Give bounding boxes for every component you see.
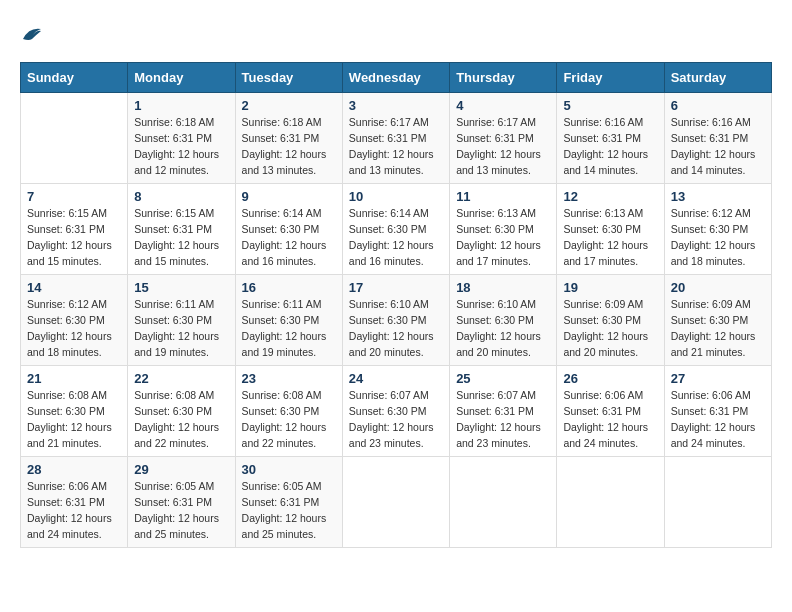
- sunset-label: Sunset: 6:31 PM: [456, 405, 534, 417]
- calendar-cell: 9 Sunrise: 6:14 AM Sunset: 6:30 PM Dayli…: [235, 184, 342, 275]
- sunrise-label: Sunrise: 6:16 AM: [671, 116, 751, 128]
- day-info: Sunrise: 6:10 AM Sunset: 6:30 PM Dayligh…: [456, 297, 550, 360]
- sunrise-label: Sunrise: 6:08 AM: [134, 389, 214, 401]
- calendar-cell: 5 Sunrise: 6:16 AM Sunset: 6:31 PM Dayli…: [557, 93, 664, 184]
- calendar-cell: 4 Sunrise: 6:17 AM Sunset: 6:31 PM Dayli…: [450, 93, 557, 184]
- sunrise-label: Sunrise: 6:11 AM: [134, 298, 214, 310]
- daylight-label: Daylight: 12 hours and 14 minutes.: [671, 148, 756, 176]
- logo-bird-icon: [21, 25, 43, 43]
- day-info: Sunrise: 6:15 AM Sunset: 6:31 PM Dayligh…: [134, 206, 228, 269]
- sunrise-label: Sunrise: 6:15 AM: [134, 207, 214, 219]
- sunrise-label: Sunrise: 6:09 AM: [671, 298, 751, 310]
- sunrise-label: Sunrise: 6:07 AM: [456, 389, 536, 401]
- calendar-cell: 14 Sunrise: 6:12 AM Sunset: 6:30 PM Dayl…: [21, 275, 128, 366]
- day-number: 1: [134, 98, 228, 113]
- calendar-cell: 11 Sunrise: 6:13 AM Sunset: 6:30 PM Dayl…: [450, 184, 557, 275]
- daylight-label: Daylight: 12 hours and 13 minutes.: [349, 148, 434, 176]
- sunrise-label: Sunrise: 6:05 AM: [134, 480, 214, 492]
- day-info: Sunrise: 6:08 AM Sunset: 6:30 PM Dayligh…: [134, 388, 228, 451]
- sunrise-label: Sunrise: 6:18 AM: [134, 116, 214, 128]
- day-number: 29: [134, 462, 228, 477]
- sunrise-label: Sunrise: 6:13 AM: [563, 207, 643, 219]
- sunset-label: Sunset: 6:30 PM: [671, 314, 749, 326]
- daylight-label: Daylight: 12 hours and 22 minutes.: [134, 421, 219, 449]
- day-number: 7: [27, 189, 121, 204]
- daylight-label: Daylight: 12 hours and 24 minutes.: [27, 512, 112, 540]
- calendar-cell: 16 Sunrise: 6:11 AM Sunset: 6:30 PM Dayl…: [235, 275, 342, 366]
- week-row-5: 28 Sunrise: 6:06 AM Sunset: 6:31 PM Dayl…: [21, 457, 772, 548]
- daylight-label: Daylight: 12 hours and 20 minutes.: [456, 330, 541, 358]
- sunset-label: Sunset: 6:30 PM: [349, 223, 427, 235]
- daylight-label: Daylight: 12 hours and 19 minutes.: [242, 330, 327, 358]
- sunset-label: Sunset: 6:31 PM: [349, 132, 427, 144]
- day-info: Sunrise: 6:09 AM Sunset: 6:30 PM Dayligh…: [671, 297, 765, 360]
- sunrise-label: Sunrise: 6:10 AM: [456, 298, 536, 310]
- calendar-cell: 25 Sunrise: 6:07 AM Sunset: 6:31 PM Dayl…: [450, 366, 557, 457]
- day-info: Sunrise: 6:16 AM Sunset: 6:31 PM Dayligh…: [563, 115, 657, 178]
- day-info: Sunrise: 6:05 AM Sunset: 6:31 PM Dayligh…: [134, 479, 228, 542]
- week-row-1: 1 Sunrise: 6:18 AM Sunset: 6:31 PM Dayli…: [21, 93, 772, 184]
- week-row-4: 21 Sunrise: 6:08 AM Sunset: 6:30 PM Dayl…: [21, 366, 772, 457]
- day-info: Sunrise: 6:11 AM Sunset: 6:30 PM Dayligh…: [242, 297, 336, 360]
- logo: [20, 20, 44, 46]
- day-number: 28: [27, 462, 121, 477]
- sunset-label: Sunset: 6:31 PM: [671, 132, 749, 144]
- calendar-cell: 29 Sunrise: 6:05 AM Sunset: 6:31 PM Dayl…: [128, 457, 235, 548]
- day-number: 17: [349, 280, 443, 295]
- sunrise-label: Sunrise: 6:07 AM: [349, 389, 429, 401]
- day-info: Sunrise: 6:12 AM Sunset: 6:30 PM Dayligh…: [27, 297, 121, 360]
- calendar-cell: 1 Sunrise: 6:18 AM Sunset: 6:31 PM Dayli…: [128, 93, 235, 184]
- daylight-label: Daylight: 12 hours and 18 minutes.: [27, 330, 112, 358]
- sunrise-label: Sunrise: 6:06 AM: [671, 389, 751, 401]
- day-number: 20: [671, 280, 765, 295]
- day-number: 27: [671, 371, 765, 386]
- day-info: Sunrise: 6:16 AM Sunset: 6:31 PM Dayligh…: [671, 115, 765, 178]
- sunset-label: Sunset: 6:30 PM: [563, 314, 641, 326]
- day-info: Sunrise: 6:17 AM Sunset: 6:31 PM Dayligh…: [349, 115, 443, 178]
- sunset-label: Sunset: 6:30 PM: [671, 223, 749, 235]
- daylight-label: Daylight: 12 hours and 22 minutes.: [242, 421, 327, 449]
- sunset-label: Sunset: 6:31 PM: [563, 405, 641, 417]
- sunrise-label: Sunrise: 6:06 AM: [563, 389, 643, 401]
- calendar-cell: 30 Sunrise: 6:05 AM Sunset: 6:31 PM Dayl…: [235, 457, 342, 548]
- sunrise-label: Sunrise: 6:17 AM: [349, 116, 429, 128]
- header-wednesday: Wednesday: [342, 63, 449, 93]
- sunset-label: Sunset: 6:31 PM: [563, 132, 641, 144]
- day-number: 4: [456, 98, 550, 113]
- day-info: Sunrise: 6:14 AM Sunset: 6:30 PM Dayligh…: [349, 206, 443, 269]
- day-info: Sunrise: 6:10 AM Sunset: 6:30 PM Dayligh…: [349, 297, 443, 360]
- day-info: Sunrise: 6:07 AM Sunset: 6:30 PM Dayligh…: [349, 388, 443, 451]
- calendar-cell: 13 Sunrise: 6:12 AM Sunset: 6:30 PM Dayl…: [664, 184, 771, 275]
- day-number: 23: [242, 371, 336, 386]
- header-saturday: Saturday: [664, 63, 771, 93]
- calendar-cell: [342, 457, 449, 548]
- calendar-cell: 24 Sunrise: 6:07 AM Sunset: 6:30 PM Dayl…: [342, 366, 449, 457]
- calendar-cell: 20 Sunrise: 6:09 AM Sunset: 6:30 PM Dayl…: [664, 275, 771, 366]
- week-row-2: 7 Sunrise: 6:15 AM Sunset: 6:31 PM Dayli…: [21, 184, 772, 275]
- calendar-cell: 6 Sunrise: 6:16 AM Sunset: 6:31 PM Dayli…: [664, 93, 771, 184]
- sunrise-label: Sunrise: 6:10 AM: [349, 298, 429, 310]
- sunset-label: Sunset: 6:30 PM: [27, 405, 105, 417]
- daylight-label: Daylight: 12 hours and 17 minutes.: [456, 239, 541, 267]
- sunset-label: Sunset: 6:31 PM: [134, 132, 212, 144]
- calendar-cell: [557, 457, 664, 548]
- calendar-cell: [450, 457, 557, 548]
- calendar-cell: 19 Sunrise: 6:09 AM Sunset: 6:30 PM Dayl…: [557, 275, 664, 366]
- daylight-label: Daylight: 12 hours and 20 minutes.: [349, 330, 434, 358]
- sunset-label: Sunset: 6:30 PM: [456, 314, 534, 326]
- day-number: 9: [242, 189, 336, 204]
- day-number: 5: [563, 98, 657, 113]
- daylight-label: Daylight: 12 hours and 21 minutes.: [27, 421, 112, 449]
- sunset-label: Sunset: 6:30 PM: [134, 314, 212, 326]
- day-info: Sunrise: 6:12 AM Sunset: 6:30 PM Dayligh…: [671, 206, 765, 269]
- day-info: Sunrise: 6:05 AM Sunset: 6:31 PM Dayligh…: [242, 479, 336, 542]
- day-number: 19: [563, 280, 657, 295]
- day-info: Sunrise: 6:18 AM Sunset: 6:31 PM Dayligh…: [134, 115, 228, 178]
- day-number: 12: [563, 189, 657, 204]
- calendar-cell: 22 Sunrise: 6:08 AM Sunset: 6:30 PM Dayl…: [128, 366, 235, 457]
- day-info: Sunrise: 6:06 AM Sunset: 6:31 PM Dayligh…: [27, 479, 121, 542]
- sunrise-label: Sunrise: 6:17 AM: [456, 116, 536, 128]
- day-info: Sunrise: 6:17 AM Sunset: 6:31 PM Dayligh…: [456, 115, 550, 178]
- sunrise-label: Sunrise: 6:18 AM: [242, 116, 322, 128]
- calendar-table: SundayMondayTuesdayWednesdayThursdayFrid…: [20, 62, 772, 548]
